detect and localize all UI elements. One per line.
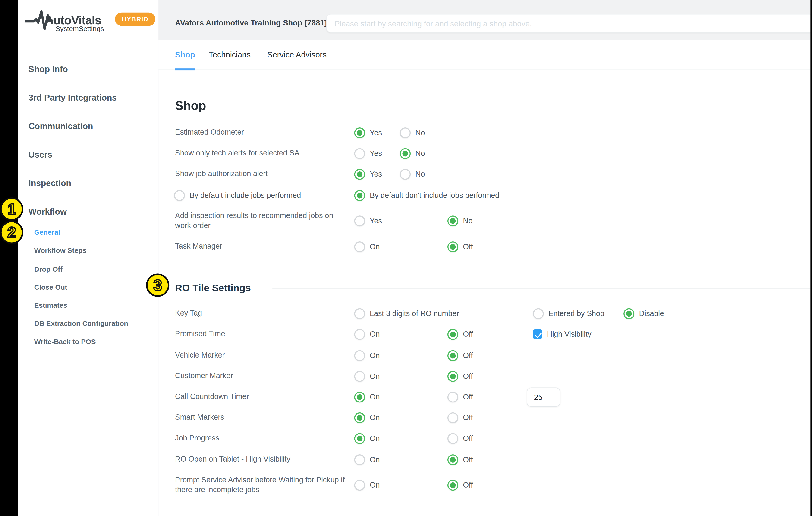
annotation-circle-3: 3 <box>146 274 170 297</box>
radio-option-include-jobs[interactable]: By default include jobs performed <box>174 185 301 205</box>
sidebar-item-shop-info[interactable]: Shop Info <box>28 63 68 75</box>
radio-button[interactable] <box>447 479 458 490</box>
radio-button[interactable] <box>447 433 458 444</box>
sidebar-subitem-close-out[interactable]: Close Out <box>34 282 67 292</box>
sidebar-subitem-workflow-steps[interactable]: Workflow Steps <box>34 245 87 256</box>
radio-button[interactable] <box>354 127 365 138</box>
radio-button[interactable] <box>447 350 458 361</box>
radio-option-no[interactable]: No <box>400 143 425 164</box>
sidebar-subitem-general[interactable]: General <box>34 227 60 237</box>
radio-option-off[interactable]: Off <box>447 428 473 449</box>
radio-button[interactable] <box>400 148 411 159</box>
radio-button[interactable] <box>400 127 411 138</box>
radio-button[interactable] <box>447 412 458 423</box>
radio-button[interactable] <box>354 329 365 340</box>
selected-shop-name: AVators Automotive Training Shop [7881] <box>175 0 327 40</box>
radio-button[interactable] <box>354 391 365 402</box>
sidebar-subitem-write-back-to-pos[interactable]: Write-Back to POS <box>34 336 96 347</box>
radio-button[interactable] <box>354 350 365 361</box>
radio-option-on[interactable]: On <box>354 366 380 386</box>
radio-option-on[interactable]: On <box>354 475 380 495</box>
radio-option-on[interactable]: On <box>354 407 380 428</box>
radio-button[interactable] <box>354 215 365 226</box>
tab-service-advisors[interactable]: Service Advisors <box>267 40 326 70</box>
radio-option-off[interactable]: Off <box>447 407 473 428</box>
setting-label: Estimated Odometer <box>175 122 346 143</box>
setting-row-task-manager: Task Manager On Off <box>175 236 811 257</box>
radio-option-off[interactable]: Off <box>447 475 473 495</box>
radio-option-no[interactable]: No <box>400 164 425 184</box>
sidebar-item-inspection[interactable]: Inspection <box>28 177 71 189</box>
radio-label: On <box>370 413 380 422</box>
radio-button[interactable] <box>354 308 365 319</box>
radio-option-off[interactable]: Off <box>447 236 473 257</box>
sidebar-item-users[interactable]: Users <box>28 149 52 160</box>
radio-button[interactable] <box>447 371 458 382</box>
radio-label: By default include jobs performed <box>190 191 301 200</box>
tab-technicians[interactable]: Technicians <box>209 40 251 70</box>
setting-label: RO Open on Tablet - High Visibility <box>175 449 346 470</box>
radio-option-on[interactable]: On <box>354 386 380 407</box>
radio-option-yes[interactable]: Yes <box>354 164 382 184</box>
radio-button[interactable] <box>447 329 458 340</box>
top-header: AVators Automotive Training Shop [7881] <box>158 0 810 40</box>
setting-row-show-job-authorization-alert: Show job authorization alert Yes No <box>175 164 811 184</box>
radio-option-yes[interactable]: Yes <box>354 143 382 164</box>
radio-option-on[interactable]: On <box>354 449 380 470</box>
radio-button[interactable] <box>624 308 634 319</box>
checkbox-option-high-visibility[interactable]: High Visibility <box>533 324 591 345</box>
setting-row-vehicle-marker: Vehicle Marker On Off <box>175 345 811 366</box>
radio-option-on[interactable]: On <box>354 324 380 345</box>
tab-shop[interactable]: Shop <box>175 40 195 70</box>
radio-option-on[interactable]: On <box>354 236 380 257</box>
shop-search-input[interactable] <box>326 14 812 32</box>
radio-option-yes[interactable]: Yes <box>354 122 382 143</box>
sidebar-subitem-db-extraction-configuration[interactable]: DB Extraction Configuration <box>34 318 128 328</box>
radio-button[interactable] <box>447 215 458 226</box>
radio-button[interactable] <box>354 190 365 201</box>
radio-label: Yes <box>370 217 382 225</box>
radio-button[interactable] <box>354 169 365 179</box>
radio-option-no[interactable]: No <box>400 122 425 143</box>
radio-option-on[interactable]: On <box>354 428 380 449</box>
setting-row-key-tag: Key Tag Last 3 digits of RO number Enter… <box>175 303 811 324</box>
radio-label: Off <box>463 242 473 251</box>
radio-button[interactable] <box>354 371 365 382</box>
radio-option-entered-by-shop[interactable]: Entered by Shop <box>533 303 605 324</box>
sidebar-item-communication[interactable]: Communication <box>28 120 93 132</box>
radio-button[interactable] <box>447 454 458 465</box>
radio-button[interactable] <box>354 454 365 465</box>
radio-button[interactable] <box>354 148 365 159</box>
radio-option-off[interactable]: Off <box>447 324 473 345</box>
radio-option-off[interactable]: Off <box>447 345 473 366</box>
radio-option-last-3-digits[interactable]: Last 3 digits of RO number <box>354 303 459 324</box>
radio-button[interactable] <box>400 169 411 179</box>
radio-option-dont-include-jobs[interactable]: By default don't include jobs performed <box>354 185 499 205</box>
radio-button[interactable] <box>447 241 458 252</box>
radio-button[interactable] <box>354 479 365 490</box>
radio-button[interactable] <box>533 308 544 319</box>
sidebar-subitem-estimates[interactable]: Estimates <box>34 300 67 311</box>
sidebar-item-3rd-party-integrations[interactable]: 3rd Party Integrations <box>28 92 117 103</box>
sidebar-subitem-drop-off[interactable]: Drop Off <box>34 264 62 274</box>
countdown-seconds-input[interactable] <box>527 388 560 407</box>
radio-option-on[interactable]: On <box>354 345 380 366</box>
radio-button[interactable] <box>174 190 185 201</box>
radio-button[interactable] <box>354 241 365 252</box>
radio-label: Off <box>463 434 473 442</box>
page-title: Shop <box>175 98 206 113</box>
radio-option-disable[interactable]: Disable <box>624 303 664 324</box>
radio-option-off[interactable]: Off <box>447 386 473 407</box>
logo: AutoVitals SystemSettings HYBRID <box>18 0 158 41</box>
radio-button[interactable] <box>447 391 458 402</box>
radio-button[interactable] <box>354 412 365 423</box>
radio-option-off[interactable]: Off <box>447 449 473 470</box>
sidebar-item-workflow[interactable]: Workflow <box>28 206 67 217</box>
setting-label: Promised Time <box>175 324 346 345</box>
radio-option-yes[interactable]: Yes <box>354 210 382 231</box>
high-visibility-checkbox[interactable] <box>533 329 542 339</box>
radio-option-off[interactable]: Off <box>447 366 473 386</box>
radio-option-no[interactable]: No <box>447 210 473 231</box>
radio-button[interactable] <box>354 433 365 444</box>
setting-label: Task Manager <box>175 236 346 257</box>
